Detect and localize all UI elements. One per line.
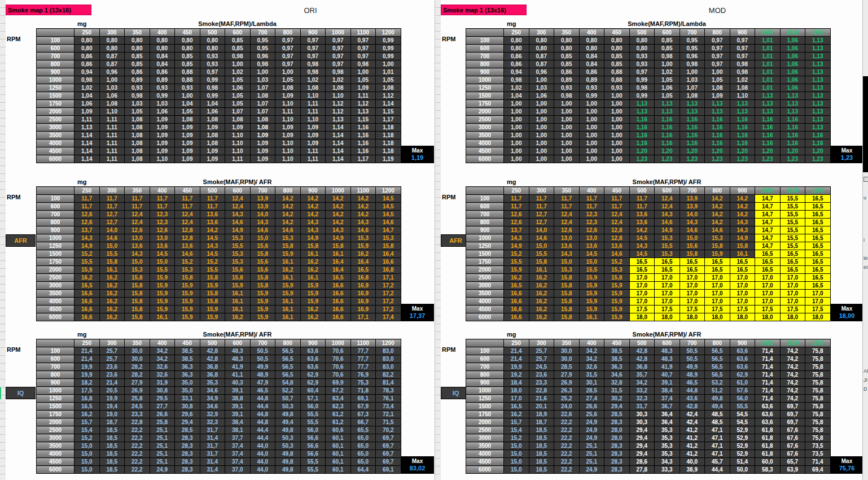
map-cell[interactable]: 15,8 bbox=[376, 242, 401, 250]
col-header[interactable]: 1250 bbox=[805, 187, 831, 195]
map-cell[interactable]: 15,4 bbox=[504, 426, 529, 434]
row-header[interactable]: 800 bbox=[466, 219, 504, 226]
map-cell[interactable]: 25,7 bbox=[99, 355, 125, 363]
map-cell[interactable]: 14,0 bbox=[529, 226, 554, 234]
map-cell[interactable]: 14,6 bbox=[529, 234, 554, 242]
map-cell[interactable]: 0,97 bbox=[200, 68, 225, 76]
col-header[interactable]: 250 bbox=[504, 339, 529, 347]
map-cell[interactable]: 0,80 bbox=[99, 37, 125, 45]
map-cell[interactable]: 1,08 bbox=[125, 124, 150, 132]
map-cell[interactable]: 0,97 bbox=[275, 60, 301, 68]
map-cell[interactable]: 44,4 bbox=[250, 403, 275, 411]
map-cell[interactable]: 25,2 bbox=[554, 395, 580, 403]
map-cell[interactable]: 22,2 bbox=[554, 434, 580, 442]
map-cell[interactable]: 1,13 bbox=[680, 108, 705, 116]
map-cell[interactable]: 15,9 bbox=[300, 298, 326, 306]
map-cell[interactable]: 17,0 bbox=[680, 290, 705, 298]
map-cell[interactable]: 16,1 bbox=[275, 274, 301, 282]
map-cell[interactable]: 0,80 bbox=[74, 45, 100, 53]
map-cell[interactable]: 14,9 bbox=[225, 226, 251, 234]
map-cell[interactable]: 0,97 bbox=[705, 37, 730, 45]
map-cell[interactable]: 1,09 bbox=[250, 139, 275, 147]
map-cell[interactable]: 29,4 bbox=[175, 418, 200, 426]
map-cell[interactable]: 74,2 bbox=[780, 379, 805, 387]
map-cell[interactable]: 75,8 bbox=[805, 379, 831, 387]
map-cell[interactable]: 0,85 bbox=[604, 60, 630, 68]
map-cell[interactable]: 17,5 bbox=[705, 306, 730, 313]
map-cell[interactable]: 1,00 bbox=[554, 116, 580, 124]
map-cell[interactable]: 83,0 bbox=[376, 347, 401, 355]
map-cell[interactable]: 1,10 bbox=[275, 100, 301, 108]
map-cell[interactable]: 0,97 bbox=[326, 37, 351, 45]
map-cell[interactable]: 1,06 bbox=[529, 92, 554, 100]
row-header[interactable]: 1000 bbox=[37, 234, 74, 242]
map-cell[interactable]: 0,86 bbox=[579, 68, 604, 76]
row-header[interactable]: 2000 bbox=[466, 266, 504, 274]
map-cell[interactable]: 0,94 bbox=[504, 68, 529, 76]
map-cell[interactable]: 67,6 bbox=[780, 442, 805, 450]
map-cell[interactable]: 15,8 bbox=[554, 274, 580, 282]
map-cell[interactable]: 0,87 bbox=[99, 53, 125, 60]
map-cell[interactable]: 17,1 bbox=[376, 274, 401, 282]
map-cell[interactable]: 15,8 bbox=[554, 298, 580, 306]
map-cell[interactable]: 1,18 bbox=[376, 147, 401, 155]
row-header[interactable]: 800 bbox=[466, 60, 504, 68]
map-cell[interactable]: 13,6 bbox=[604, 242, 630, 250]
map-cell[interactable]: 1,07 bbox=[250, 108, 275, 116]
col-header[interactable]: 500 bbox=[200, 29, 225, 37]
map-cell[interactable]: 1,16 bbox=[655, 132, 680, 139]
row-header[interactable]: 4500 bbox=[37, 458, 74, 466]
map-cell[interactable]: 77,7 bbox=[350, 347, 376, 355]
col-header[interactable]: 350 bbox=[125, 29, 150, 37]
map-cell[interactable]: 13,9 bbox=[250, 203, 275, 211]
map-cell[interactable]: 1,13 bbox=[629, 100, 655, 108]
map-cell[interactable]: 14,6 bbox=[225, 219, 251, 226]
map-cell[interactable]: 73,5 bbox=[805, 450, 831, 458]
map-cell[interactable]: 63,6 bbox=[300, 355, 326, 363]
map-cell[interactable]: 16,5 bbox=[805, 195, 831, 203]
map-cell[interactable]: 15,9 bbox=[200, 282, 225, 290]
map-cell[interactable]: 1,11 bbox=[99, 132, 125, 139]
map-cell[interactable]: 40,3 bbox=[225, 379, 251, 387]
map-cell[interactable]: 1,16 bbox=[780, 139, 805, 147]
map-cell[interactable]: 23,3 bbox=[125, 411, 150, 418]
map-cell[interactable]: 56,5 bbox=[705, 371, 730, 379]
map-cell[interactable]: 0,97 bbox=[350, 53, 376, 60]
map-cell[interactable]: 19,9 bbox=[74, 371, 100, 379]
map-cell[interactable]: 12,4 bbox=[554, 219, 580, 226]
map-cell[interactable]: 0,89 bbox=[150, 76, 175, 84]
map-cell[interactable]: 1,13 bbox=[755, 100, 781, 108]
map-cell[interactable]: 0,98 bbox=[74, 76, 100, 84]
map-cell[interactable]: 36,4 bbox=[655, 418, 680, 426]
map-cell[interactable]: 49,8 bbox=[275, 466, 301, 474]
map-cell[interactable]: 15,9 bbox=[250, 306, 275, 313]
map-cell[interactable]: 22,2 bbox=[554, 426, 580, 434]
row-header[interactable]: 1000 bbox=[466, 76, 504, 84]
col-header[interactable]: 250 bbox=[74, 339, 100, 347]
map-cell[interactable]: 15,9 bbox=[200, 313, 225, 321]
map-cell[interactable]: 14,5 bbox=[150, 250, 175, 258]
map-cell[interactable]: 65,5 bbox=[350, 426, 376, 434]
map-cell[interactable]: 14,5 bbox=[200, 234, 225, 242]
map-cell[interactable]: 16,1 bbox=[275, 313, 301, 321]
map-cell[interactable]: 15,8 bbox=[125, 313, 150, 321]
map-cell[interactable]: 12,7 bbox=[529, 211, 554, 219]
map-cell[interactable]: 25,1 bbox=[150, 426, 175, 434]
map-cell[interactable]: 16,4 bbox=[326, 266, 351, 274]
map-cell[interactable]: 75,8 bbox=[805, 403, 831, 411]
map-cell[interactable]: 50,5 bbox=[680, 355, 705, 363]
map-cell[interactable]: 28,5 bbox=[604, 411, 630, 418]
map-cell[interactable]: 1,11 bbox=[99, 116, 125, 124]
map-cell[interactable]: 31,7 bbox=[200, 450, 225, 458]
map-cell[interactable]: 1,03 bbox=[250, 76, 275, 84]
map-cell[interactable]: 1,00 bbox=[376, 60, 401, 68]
row-header[interactable]: 2500 bbox=[466, 274, 504, 282]
map-cell[interactable]: 15,8 bbox=[125, 298, 150, 306]
map-cell[interactable]: 0,95 bbox=[250, 37, 275, 45]
map-cell[interactable]: 49,4 bbox=[275, 418, 301, 426]
map-cell[interactable]: 57,1 bbox=[300, 395, 326, 403]
col-header[interactable]: 500 bbox=[629, 339, 655, 347]
map-cell[interactable]: 31,4 bbox=[200, 466, 225, 474]
map-cell[interactable]: 1,16 bbox=[730, 132, 755, 139]
row-header[interactable]: 600 bbox=[466, 203, 504, 211]
